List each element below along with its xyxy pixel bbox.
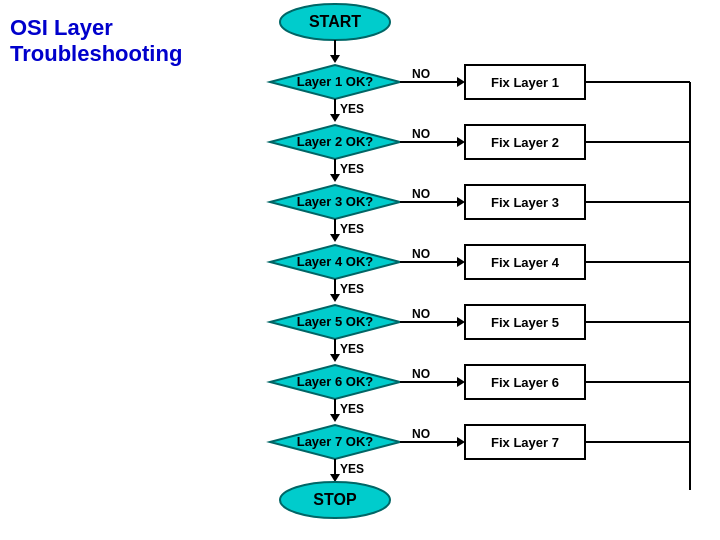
svg-text:YES: YES — [340, 222, 364, 236]
svg-marker-53 — [457, 317, 465, 327]
svg-marker-59 — [330, 354, 340, 362]
svg-text:Fix Layer 4: Fix Layer 4 — [491, 255, 560, 270]
svg-text:STOP: STOP — [313, 491, 357, 508]
svg-text:NO: NO — [412, 367, 430, 381]
svg-marker-26 — [330, 174, 340, 182]
svg-text:YES: YES — [340, 282, 364, 296]
title-line1: OSI Layer — [10, 15, 170, 41]
svg-marker-20 — [457, 137, 465, 147]
svg-text:YES: YES — [340, 402, 364, 416]
svg-text:YES: YES — [340, 162, 364, 176]
title-area: OSI Layer Troubleshooting — [10, 15, 170, 68]
svg-marker-15 — [330, 114, 340, 122]
svg-text:Fix Layer 1: Fix Layer 1 — [491, 75, 559, 90]
svg-text:Fix Layer 7: Fix Layer 7 — [491, 435, 559, 450]
svg-marker-8 — [457, 77, 465, 87]
svg-text:Layer 5 OK?: Layer 5 OK? — [297, 314, 374, 329]
svg-text:NO: NO — [412, 307, 430, 321]
svg-marker-37 — [330, 234, 340, 242]
svg-text:Fix Layer 3: Fix Layer 3 — [491, 195, 559, 210]
svg-marker-3 — [330, 55, 340, 63]
title-line2: Troubleshooting — [10, 41, 170, 67]
svg-marker-48 — [330, 294, 340, 302]
svg-marker-81 — [330, 474, 340, 482]
svg-marker-70 — [330, 414, 340, 422]
svg-text:START: START — [309, 13, 361, 30]
svg-text:Layer 6 OK?: Layer 6 OK? — [297, 374, 374, 389]
svg-text:Fix Layer 2: Fix Layer 2 — [491, 135, 559, 150]
flowchart: START Layer 1 OK? NO Fix Layer 1 YES Lay… — [190, 0, 710, 535]
svg-text:NO: NO — [412, 187, 430, 201]
svg-text:Layer 1 OK?: Layer 1 OK? — [297, 74, 374, 89]
svg-marker-64 — [457, 377, 465, 387]
svg-text:YES: YES — [340, 462, 364, 476]
svg-text:Layer 4 OK?: Layer 4 OK? — [297, 254, 374, 269]
svg-text:Layer 7 OK?: Layer 7 OK? — [297, 434, 374, 449]
svg-marker-75 — [457, 437, 465, 447]
svg-text:NO: NO — [412, 427, 430, 441]
svg-text:NO: NO — [412, 67, 430, 81]
svg-marker-42 — [457, 257, 465, 267]
svg-text:Layer 3 OK?: Layer 3 OK? — [297, 194, 374, 209]
svg-text:NO: NO — [412, 127, 430, 141]
svg-text:YES: YES — [340, 342, 364, 356]
svg-text:Layer 2 OK?: Layer 2 OK? — [297, 134, 374, 149]
svg-text:Fix Layer 6: Fix Layer 6 — [491, 375, 559, 390]
svg-text:YES: YES — [340, 102, 364, 116]
svg-text:NO: NO — [412, 247, 430, 261]
svg-text:Fix Layer 5: Fix Layer 5 — [491, 315, 559, 330]
svg-marker-31 — [457, 197, 465, 207]
